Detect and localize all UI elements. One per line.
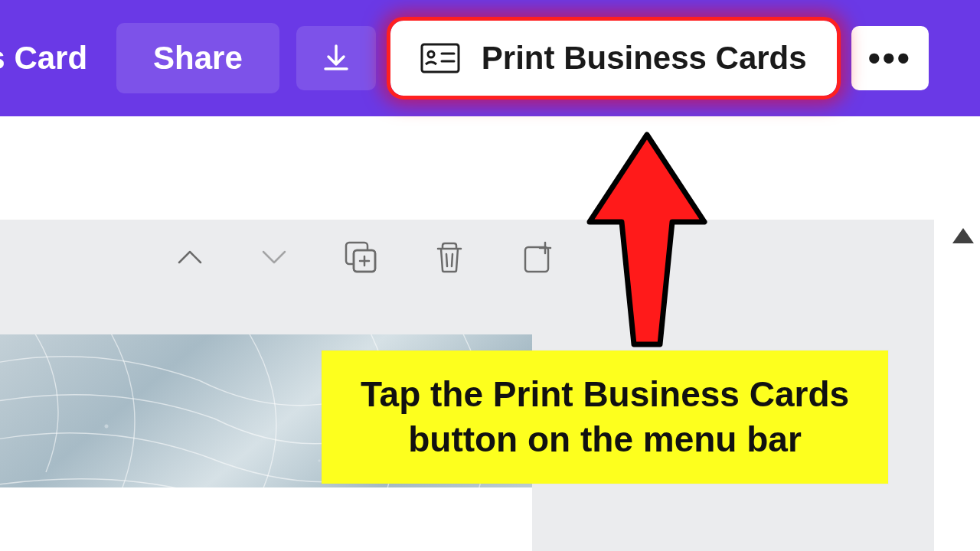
scroll-up-arrow[interactable] [952,228,974,243]
move-page-up-button[interactable] [175,247,205,267]
tutorial-callout: Tap the Print Business Cards button on t… [322,350,888,484]
svg-line-9 [446,254,447,266]
svg-rect-0 [422,44,459,72]
callout-line-2: button on the menu bar [408,419,802,459]
delete-page-button[interactable] [432,240,467,275]
print-business-cards-button[interactable]: Print Business Cards [393,24,835,92]
svg-line-10 [452,254,452,266]
more-options-button[interactable]: ••• [851,26,929,90]
page-toolbar [0,220,934,295]
top-menu-bar: ss Card Share Print Business Cards ••• [0,0,980,116]
share-button[interactable]: Share [116,23,279,93]
duplicate-page-button[interactable] [343,240,378,275]
share-button-label: Share [153,40,243,76]
business-card-icon [420,43,460,73]
download-button[interactable] [296,26,376,90]
document-title: ss Card [0,40,100,77]
download-icon [321,43,351,73]
print-button-label: Print Business Cards [482,40,807,77]
callout-line-1: Tap the Print Business Cards [361,374,849,414]
svg-point-1 [428,51,434,57]
add-page-button[interactable] [521,240,556,275]
workspace-gap [0,116,980,220]
move-page-down-button[interactable] [259,247,289,267]
